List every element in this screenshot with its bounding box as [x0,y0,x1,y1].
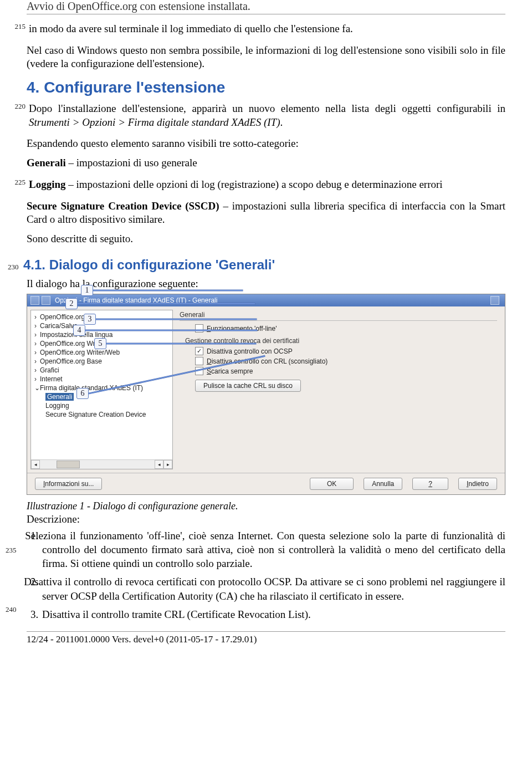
clear-cache-button[interactable]: Pulisce la cache CRL su disco [195,380,301,392]
text: – impostazioni di uso generale [66,157,197,168]
page-section-header: Avvio di OpenOffice.org con estensione i… [27,0,505,14]
heading-4-1: 4.1. Dialogo di configurazione 'Generali… [23,257,275,273]
tree-child[interactable]: Logging [32,401,171,410]
tree-label: Grafici [40,366,59,374]
checkbox-icon[interactable] [195,347,203,355]
scroll-thumb[interactable] [57,461,80,468]
text-italic: Strumenti > Opzioni > Firma digitale sta… [29,116,280,128]
options-content: Generali FFunzionamento 'off-line'unzion… [176,306,505,473]
tree-item[interactable]: ›OpenOffice.org Writer/Web [32,348,171,357]
figure-caption: Illustrazione 1 - Dialogo di configurazi… [27,500,505,512]
line-number-215: 215 [9,20,29,31]
info-button[interactable]: Informazioni su... [35,478,102,490]
callout-1: 1 [81,285,93,296]
checkbox-label: Scarica sempre [207,367,253,375]
paragraph: Dopo l'installazione dell'estensione, ap… [29,102,505,129]
paragraph: in modo da avere sul terminale il log im… [29,22,505,36]
list-item: 240 Disattiva il controllo di revoca cer… [41,575,505,602]
text: Seleziona il funzionamento 'off-line', c… [25,530,505,569]
checkbox-offline[interactable]: FFunzionamento 'off-line'unzionamento 'o… [195,324,497,333]
tree-item[interactable]: ›Grafici [32,366,171,375]
dialog-footer: Informazioni su... Informazioni su... OK… [27,473,505,494]
description-label: Descrizione: [27,513,505,525]
callout-line [93,290,243,291]
tree-item[interactable]: ›Carica/Salva [32,321,171,330]
tree-item[interactable]: ›OpenOffice.org [32,313,171,321]
list-item-logging: Logging – impostazioni delle opzioni di … [29,178,505,192]
callout-line [96,319,257,320]
callout-5: 5 [94,338,106,349]
line-number-220: 220 [9,100,29,111]
callout-line [85,330,257,331]
ok-button[interactable]: OK [310,478,354,490]
text: Dopo l'installazione dell'estensione, ap… [29,103,505,114]
options-dialog: Opzioni - Firma digitale standard XAdES … [27,294,505,495]
line-number-230: 230 [8,263,23,272]
dialog-titlebar[interactable]: Opzioni - Firma digitale standard XAdES … [27,294,505,306]
text: Disattiva il controllo di revoca certifi… [24,576,505,601]
tree-label: Secure Signature Creation Device [45,411,146,418]
numbered-list: 235 Seleziona il funzionamento 'off-line… [27,529,505,621]
checkbox-scarica[interactable]: Scarica sempre Scarica sempre [195,367,497,375]
heading-4: 4. Configurare l'estensione [27,79,505,96]
callout-2: 2 [65,298,78,309]
checkbox-ocsp[interactable]: Disattiva controllo con OCSP Disattiva c… [195,347,497,355]
tree-label: Logging [45,402,69,410]
tree-child[interactable]: Secure Signature Creation Device [32,410,171,419]
tree-label: OpenOffice.org Base [40,357,102,365]
scroll-right-icon[interactable]: ▸ [163,460,172,469]
window-control-icon[interactable] [30,296,39,305]
page-footer: 12/24 - 2011001.0000 Vers. devel+0 (2011… [27,631,505,645]
text-bold: Logging [29,178,66,190]
callout-3: 3 [84,314,96,325]
tree-label: Carica/Salva [40,322,78,330]
callout-line [106,343,256,344]
checkbox-label: FFunzionamento 'off-line'unzionamento 'o… [207,325,277,333]
scroll-left-icon[interactable]: ◂ [31,460,40,469]
text-bold: Generali [27,157,66,168]
line-number-235: 235 [6,545,21,555]
line-number-240: 240 [6,605,21,614]
tree-label: OpenOffice.org [40,313,85,321]
tree-label: OpenOffice.org Writer/Web [40,349,120,356]
text-bold: Secure Signature Creation Device (SSCD) [27,200,219,212]
tree-child-selected[interactable]: Generali [32,392,171,401]
callout-4: 4 [73,325,85,336]
paragraph: Espandendo questo elemento saranno visib… [27,137,505,151]
window-control-icon[interactable] [42,296,50,305]
text: – impostazioni delle opzioni di log (reg… [66,178,443,190]
text: . [280,116,283,128]
callout-line [78,303,255,304]
window-minimize-icon[interactable] [490,296,499,305]
checkbox-icon[interactable] [195,357,203,365]
checkbox-icon[interactable] [195,324,203,333]
list-item-generali: Generali – impostazioni di uso generale [27,156,505,170]
list-item: 235 Seleziona il funzionamento 'off-line… [41,529,505,570]
tree-label: Internet [40,375,63,383]
help-button[interactable]: ? [412,478,448,490]
callout-6: 6 [76,388,89,399]
paragraph: Il dialogo ha la configurazione seguente… [27,277,505,291]
tree-item[interactable]: ›OpenOffice.org Base [32,357,171,366]
paragraph: Nel caso di Windows questo non sembra po… [27,44,505,71]
figure-dialog: 1 2 3 4 5 6 Opzioni - Firma digitale sta… [27,294,505,495]
tree-label: Generali [45,393,74,401]
list-item-sscd: Secure Signature Creation Device (SSCD) … [27,200,505,227]
checkbox-label: Disattiva controllo con OCSP [207,347,293,355]
cancel-button[interactable]: Annulla [364,478,402,490]
line-number-225: 225 [9,176,29,187]
list-item: Disattiva il controllo tramite CRL (Cert… [41,607,505,621]
back-button[interactable]: Indietro [458,478,497,490]
scroll-left-icon[interactable]: ◂ [155,460,163,469]
paragraph: Sono descritte di seguito. [27,232,505,246]
